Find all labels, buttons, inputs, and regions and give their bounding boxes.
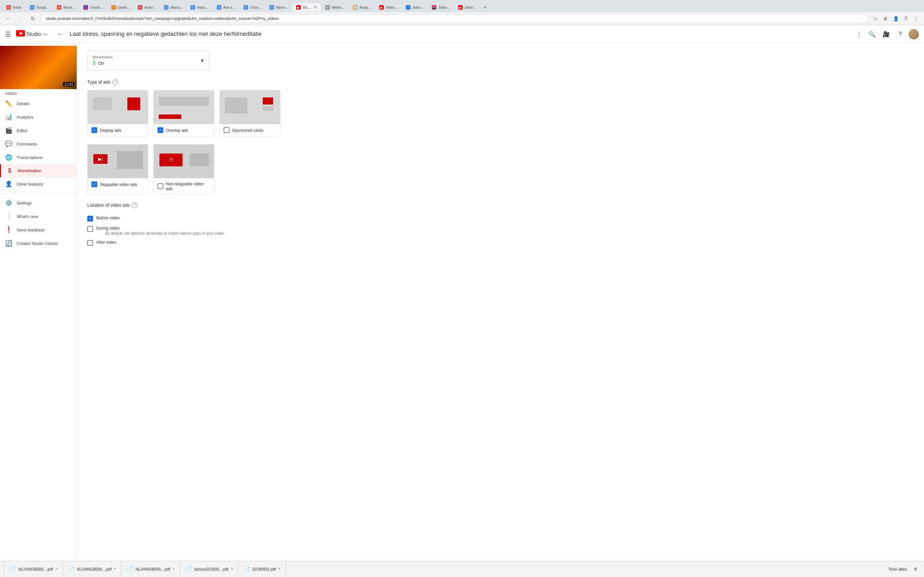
location-option-after: After video [87,237,914,248]
profile-icon[interactable]: 👤 [892,15,900,23]
sidebar-item-creator-classic[interactable]: 🔄 Creator Studio Classic [0,237,77,250]
new-tab-button[interactable]: + [480,3,489,12]
tab-manage[interactable]: G Mana... [160,3,186,11]
location-help-icon[interactable]: ? [132,202,137,208]
tab-analy[interactable]: 📊 Analy... [349,3,375,11]
skippable-ads-checkbox[interactable] [91,181,97,187]
ad-nonskippable-footer: Non-skippable video ads [153,178,214,194]
monetisation-icon: $ [6,167,13,174]
forward-button[interactable]: → [16,14,25,23]
editor-icon: 🎬 [5,127,12,134]
bookmark-icon[interactable]: ☆ [871,15,879,23]
user-avatar[interactable] [909,29,919,39]
preview-overlay-image [153,90,214,124]
download-item-5[interactable]: 📄 20190932.pdf ^ [238,561,286,574]
back-arrow-button[interactable]: ← [57,31,63,38]
sidebar-item-analytics[interactable]: 📊 Analytics [0,110,77,124]
ad-card-skippable: ▶| Skippable video ads [87,144,148,195]
tab-insta[interactable]: 📷 Jolan... [428,3,453,11]
sidebar-item-other[interactable]: 👤 Other features [0,177,77,191]
monetisation-dropdown-content: Monetisation $ On [93,55,113,66]
tab-video-active[interactable]: ▶ Vic... ✕ [292,3,320,11]
sponsored-cards-checkbox[interactable] [224,127,229,133]
ad-nonskippable-preview: ⏱ [153,145,214,178]
reload-button[interactable]: ↻ [28,14,37,23]
download-arrow-2[interactable]: ^ [114,567,116,572]
tab-money[interactable]: M Mone... [53,3,79,11]
download-bar-close-button[interactable]: ✕ [911,566,920,572]
after-video-checkbox[interactable] [87,240,93,246]
display-ads-checkbox[interactable] [91,127,97,133]
tab-check[interactable]: C Check... [79,3,107,11]
sidebar-item-send-feedback[interactable]: ❗ Send feedback [0,223,77,237]
tab-yt3[interactable]: ▶ Jolan... [454,3,480,11]
ad-card-display: Display ads [87,90,148,137]
download-arrow-5[interactable]: ^ [278,567,280,572]
pdf-icon-5: 📄 [244,566,250,572]
sidebar-item-settings[interactable]: ⚙️ Settings [0,196,77,210]
ad-display-footer: Display ads [87,124,148,136]
before-video-checkbox[interactable] [87,216,93,221]
back-button[interactable]: ← [4,14,13,23]
tab-close-icon[interactable]: ✕ [314,5,317,10]
tab-fb[interactable]: f Jolan... [402,3,427,11]
sponsored-right-top [263,97,273,105]
during-video-checkbox[interactable] [87,226,93,232]
sidebar-label-creator-classic: Creator Studio Classic [17,241,58,246]
tab-video2[interactable]: ▶ Video... [375,3,401,11]
tab-dash[interactable]: D Dasht... [107,3,134,11]
cast-icon[interactable]: 🖥 [882,15,889,23]
sidebar-label-transcriptions: Transcriptions [17,155,43,160]
tab-adver[interactable]: G Adver... [266,3,292,11]
tab-autor[interactable]: A Autor... [134,3,160,11]
type-of-ads-help-icon[interactable]: ? [112,79,118,85]
show-all-button[interactable]: Toon alles [884,567,911,572]
download-bar: 📄 NL24INGB000....pdf ^ 📄 NL24INGB000....… [0,561,924,574]
overlay-ads-checkbox[interactable] [158,127,163,133]
comments-icon: 💬 [5,140,12,147]
download-item-2[interactable]: 📄 NL24INGB000....pdf ^ [63,561,121,574]
hamburger-menu[interactable]: ☰ [5,31,11,38]
download-item-4[interactable]: 📄 factuur201900....pdf ^ [180,561,238,574]
sidebar-label-comments: Comments [17,142,37,147]
before-video-content: Before video [96,215,120,220]
tab-choose[interactable]: G Choo... [240,3,265,11]
menu-icon[interactable]: ⋮ [913,15,920,23]
tab-https[interactable]: G https:... [187,3,212,11]
sidebar-item-monetisation[interactable]: $ Monetisation [0,164,77,177]
overlay-top-bar [159,97,209,106]
sidebar-item-details[interactable]: ✏️ Details [0,97,77,110]
create-button[interactable]: 🎥 [880,29,892,40]
more-options-icon[interactable]: ⋮ [856,31,863,38]
download-arrow-4[interactable]: ^ [231,567,233,572]
nonskippable-ads-checkbox[interactable] [158,183,163,189]
location-option-before: Before video [87,213,914,223]
tab-ask[interactable]: G Ask a... [213,3,239,11]
monetisation-dropdown[interactable]: Monetisation $ On ▾ [87,51,209,70]
sidebar-label-whats-new: What's new [17,214,38,219]
sidebar-item-whats-new[interactable]: ❕ What's new [0,210,77,223]
skippable-red-button: ▶| [94,154,107,164]
sidebar-item-comments[interactable]: 💬 Comments [0,137,77,151]
download-arrow-3[interactable]: ^ [173,567,175,572]
extensions-icon[interactable]: ⠿ [902,15,910,23]
sidebar-item-editor[interactable]: 🎬 Editor [0,124,77,137]
download-item-3[interactable]: 📄 NL24INGB000....pdf ^ [121,561,180,574]
address-input[interactable] [40,15,868,23]
skippable-right-block [117,151,143,169]
download-arrow-1[interactable]: ^ [55,567,57,572]
tab-google-2[interactable]: G Googl... [26,3,53,11]
page-title: Laat stress, spanning en negatieve gedac… [69,31,852,37]
search-button[interactable]: 🔍 [866,29,878,40]
video-thumbnail[interactable]: 11:41 [0,46,77,89]
display-ads-label: Display ads [100,128,121,133]
skippable-ads-label: Skippable video ads [100,182,137,187]
pdf-icon-3: 📄 [126,566,133,572]
download-name-4: factuur201900....pdf [194,567,228,572]
before-video-label: Before video [96,215,120,220]
download-item-1[interactable]: 📄 NL24INGB000....pdf ^ [4,561,63,574]
tab-inbox[interactable]: M Inbox [3,3,25,11]
sidebar-item-transcriptions[interactable]: 🌐 Transcriptions [0,151,77,164]
tab-webin[interactable]: W Webin... [321,3,349,11]
help-button[interactable]: ? [895,29,906,40]
